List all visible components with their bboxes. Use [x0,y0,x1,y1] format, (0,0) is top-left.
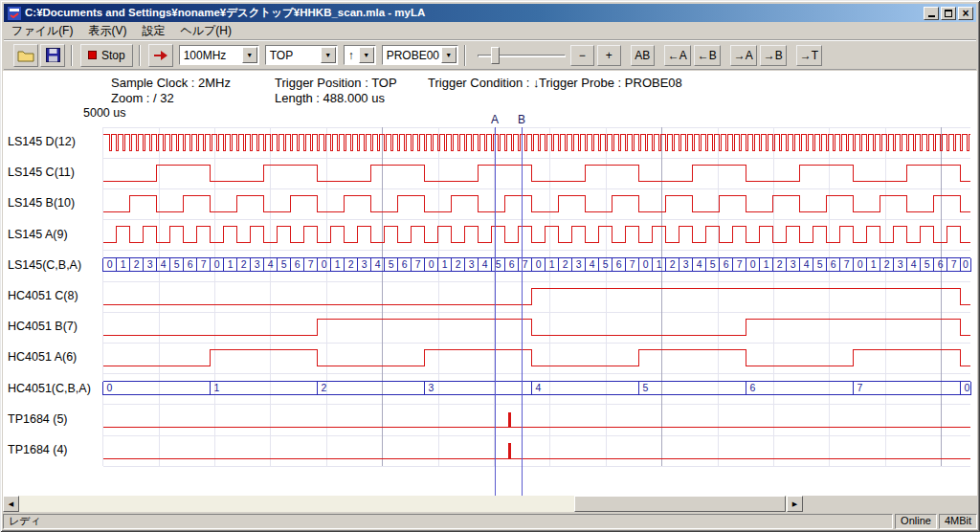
combo-dropdown-icon[interactable] [359,47,374,63]
menu-view[interactable]: 表示(V) [80,21,134,41]
combo-dropdown-icon[interactable] [441,47,457,63]
svg-text:2: 2 [322,382,327,393]
cursor-a-right-button[interactable]: →A [730,45,757,66]
svg-text:2: 2 [456,258,461,270]
svg-text:4: 4 [536,382,542,393]
svg-text:2: 2 [563,258,568,270]
svg-text:4: 4 [268,258,274,270]
svg-text:1: 1 [871,258,877,270]
svg-text:4: 4 [590,258,595,270]
cursor-b-right-button[interactable]: →B [760,45,787,66]
zoom-slider[interactable] [476,45,568,66]
trigger-probe-info: Trigger Probe : PROBE08 [539,76,682,90]
trigger-edge-select[interactable]: ↑ [344,45,376,65]
svg-text:5: 5 [389,258,394,270]
combo-dropdown-icon[interactable] [242,47,257,63]
slider-thumb[interactable] [491,47,500,64]
svg-text:7: 7 [630,258,635,270]
floppy-disk-icon [46,48,60,62]
svg-text:7: 7 [858,382,863,393]
svg-text:3: 3 [429,382,434,393]
svg-text:0: 0 [429,258,434,270]
sample-clock-select[interactable]: 100MHz [179,45,259,65]
svg-text:3: 3 [683,258,689,270]
stop-button[interactable]: Stop [80,44,133,67]
svg-text:5: 5 [496,258,501,270]
cursor-a-left-button[interactable]: ←A [664,45,691,66]
close-button[interactable]: × [958,7,973,20]
menu-help[interactable]: ヘルプ(H) [172,21,239,41]
minimize-button[interactable] [924,7,939,20]
scroll-right-button[interactable] [787,496,803,512]
combo-dropdown-icon[interactable] [321,47,336,63]
toolbar: Stop 100MHz TOP ↑ PROBE00 − + AB ←A [4,40,976,70]
svg-text:2: 2 [777,258,783,270]
menu-file[interactable]: ファイル(F) [4,21,80,41]
waveform-area: Sample Clock : 2MHz Trigger Position : T… [3,71,977,496]
svg-text:0: 0 [536,258,542,270]
stop-icon [88,51,97,59]
svg-text:6: 6 [750,382,756,393]
zoom-out-button[interactable]: − [570,45,594,66]
waveform-plot[interactable]: 0123456701234567012345670123456701234567… [3,110,977,496]
svg-text:6: 6 [724,258,729,270]
window-title: C:¥Documents and Settings¥noname¥デスクトップ¥… [25,6,922,20]
zoom-info: Zoom : / 32 [111,91,174,105]
svg-text:0: 0 [322,258,327,270]
svg-text:5: 5 [710,258,716,270]
svg-text:6: 6 [616,258,622,270]
svg-text:2: 2 [241,258,247,270]
horizontal-scrollbar[interactable] [3,496,803,512]
scroll-thumb[interactable] [574,496,786,512]
svg-text:1: 1 [121,258,126,270]
cursor-b-left-button[interactable]: ←B [694,45,721,66]
svg-text:4: 4 [697,258,702,270]
svg-text:4: 4 [161,258,167,270]
trigger-position-select[interactable]: TOP [265,45,338,65]
save-button[interactable] [40,44,65,67]
svg-text:3: 3 [791,258,796,270]
svg-text:3: 3 [147,258,153,270]
svg-text:2: 2 [134,258,140,270]
svg-text:5: 5 [603,258,609,270]
trigger-probe-select[interactable]: PROBE00 [382,45,458,65]
minimize-icon [928,9,935,17]
svg-text:5: 5 [643,382,649,393]
title-bar[interactable]: C:¥Documents and Settings¥noname¥デスクトップ¥… [4,4,976,22]
run-button[interactable] [148,44,173,67]
scrollbar-zone [3,496,977,513]
zoom-in-button[interactable]: + [597,45,621,66]
status-bar: レディ Online 4MBit [3,514,977,529]
application-window: C:¥Documents and Settings¥noname¥デスクトップ¥… [0,0,980,532]
svg-text:6: 6 [509,258,515,270]
stop-label: Stop [101,49,125,62]
svg-text:2: 2 [884,258,890,270]
status-online: Online [895,514,937,529]
svg-text:4: 4 [375,258,381,270]
sample-clock-info: Sample Clock : 2MHz [111,76,231,90]
svg-text:6: 6 [938,258,944,270]
svg-text:5: 5 [924,258,930,270]
svg-text:1: 1 [442,258,448,270]
svg-text:6: 6 [188,258,193,270]
goto-trigger-button[interactable]: →T [796,45,822,66]
open-folder-icon [17,49,34,62]
svg-text:1: 1 [214,382,220,393]
svg-text:6: 6 [295,258,301,270]
svg-text:5: 5 [817,258,823,270]
svg-text:A: A [491,113,499,126]
maximize-button[interactable] [941,7,956,20]
scroll-track[interactable] [19,496,787,512]
scroll-left-button[interactable] [3,496,19,512]
svg-text:3: 3 [469,258,475,270]
menu-settings[interactable]: 設定 [134,21,172,41]
goto-ab-button[interactable]: AB [631,45,655,66]
svg-text:2: 2 [670,258,676,270]
open-button[interactable] [13,44,38,67]
svg-text:3: 3 [898,258,903,270]
maximize-icon [945,10,952,17]
svg-text:6: 6 [402,258,408,270]
svg-text:0: 0 [107,258,113,270]
svg-text:0: 0 [643,258,649,270]
svg-text:3: 3 [362,258,368,270]
